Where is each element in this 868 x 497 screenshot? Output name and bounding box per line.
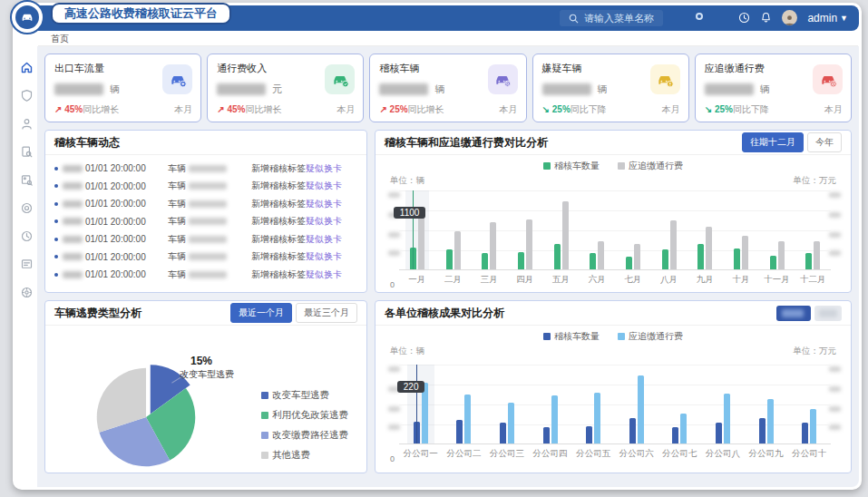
bar [810,409,816,443]
x-axis-label: 分公司八 [701,448,745,460]
settings-icon[interactable] [20,286,34,299]
x-axis-label: 分公司二 [443,448,486,460]
event-tag: 新增稽核标签疑似换卡 [251,180,357,192]
chart-tooltip: 220 [397,381,425,393]
chevron-down-icon: ▼ [840,14,848,23]
trend: ↘ 25%同比下降 [542,103,607,116]
tag-link[interactable]: 疑似换卡 [306,199,342,209]
record-icon[interactable] [20,201,34,215]
toggle-active-blurred-button[interactable] [776,306,811,321]
card-unit: 元 [272,83,282,96]
history-clock-icon[interactable] [20,229,34,243]
bar [814,241,820,269]
card-unit: 辆 [110,83,120,96]
legend-item: 改变缴费路径逃费 [261,429,348,442]
bar-group [658,365,702,443]
bar [802,423,808,443]
event-time: 01/01 20:00:00 [63,234,168,244]
pie-callout-percent: 15% [190,355,212,367]
x-axis-label: 分公司十 [787,448,831,460]
bar-group [435,190,472,269]
x-axis-label: 一月 [399,274,435,286]
sidebar-nav [15,46,37,487]
avatar-person-icon [784,14,795,25]
bar [778,241,785,269]
bullet-icon [54,238,58,241]
tag-link[interactable]: 疑似换卡 [306,180,342,190]
header-divider-knob [696,13,703,20]
form-icon[interactable] [20,258,34,271]
trend: ↗ 45%同比增长 [217,103,281,116]
list-item: 01/01 20:00:00车辆新增稽核标签疑似换卡 [54,160,357,178]
this-year-button[interactable]: 今年 [807,132,842,152]
last-month-button[interactable]: 最近一个月 [230,303,292,323]
bar [490,222,496,269]
bullet-icon [54,202,58,206]
bar-chart-units: 220 [399,365,831,444]
blurred-plate [189,218,227,225]
blurred-plate [189,200,227,208]
user-menu[interactable]: admin ▼ [807,12,848,24]
x-axis-label: 分公司三 [485,448,529,460]
period-label: 本月 [662,103,680,116]
x-axis-label: 分公司七 [658,448,702,460]
tag-link[interactable]: 疑似换卡 [306,234,342,244]
page-title: 高速公路收费稽核取证云平台 [51,3,231,24]
legend-item: 其他逃费 [261,449,348,462]
user-icon[interactable] [20,117,34,131]
tag-link[interactable]: 疑似换卡 [306,251,342,261]
panel-title: 稽核车辆动态 [54,135,120,151]
tag-link[interactable]: 疑似换卡 [306,216,342,226]
blurred-date [63,271,83,278]
event-tag: 新增稽核标签疑似换卡 [251,250,357,263]
blurred-date [63,218,83,225]
bar [454,231,461,269]
home-icon[interactable] [20,61,34,74]
x-axis-label: 六月 [579,274,615,286]
last-three-months-button[interactable]: 最近三个月 [296,303,357,323]
bar [446,249,453,269]
username: admin [807,12,837,24]
main-content: 出口车流量 辆 ↗ 45%同比增长本月 通行费收入 元 ↗ 45%同比增长本月 … [37,46,859,487]
stat-card-audited-vehicles: 稽核车辆 辆 ↗ 25%同比增长本月 [369,54,526,122]
blurred-value [542,83,591,95]
bar [594,393,600,443]
tag-link[interactable]: 疑似换卡 [306,269,342,279]
clock-icon[interactable] [738,12,750,24]
car-logo-icon [20,10,34,24]
stat-card-exit-traffic: 出口车流量 辆 ↗ 45%同比增长本月 [44,54,201,122]
blurred-date [63,165,83,172]
bar [662,249,668,269]
trend: ↗ 25%同比增长 [379,103,444,116]
toggle-inactive-blurred-button[interactable] [814,306,842,321]
bar [734,248,740,269]
x-axis-label: 三月 [471,274,507,286]
menu-search-input[interactable]: 请输入菜单名称 [560,10,663,26]
past-twelve-months-button[interactable]: 往期十二月 [742,132,804,152]
blurred-plate [189,182,227,190]
period-label: 本月 [500,103,518,116]
bell-icon[interactable] [760,12,772,24]
x-axis-labels: 一月二月三月四月五月六月七月八月九月十月十一月十二月 [399,274,831,286]
bar [670,220,677,269]
blurred-date [63,182,83,190]
file-search-icon[interactable] [20,145,34,159]
car-alert-icon [650,64,680,94]
shield-icon[interactable] [20,89,34,102]
trend: ↘ 25%同比下降 [705,103,769,116]
tag-link[interactable]: 疑似换卡 [306,163,342,173]
breadcrumb[interactable]: 首页 [51,33,69,45]
user-avatar[interactable] [782,10,797,25]
bar [551,395,558,443]
bar [680,414,687,443]
x-axis-label: 九月 [687,274,723,286]
list-item: 01/01 20:00:00车辆新增稽核标签疑似换卡 [54,195,357,213]
period-label: 本月 [336,103,355,116]
list-item: 01/01 20:00:00车辆新增稽核标签疑似换卡 [54,266,357,284]
unit-results-panel: 各单位稽核成果对比分析 稽核车数量 应追缴通行费 单位：辆 单位：万元 [375,300,852,473]
x-axis-label: 十月 [723,274,759,286]
bar-group [651,190,688,269]
bar [554,244,561,269]
chart-legend: 稽核车数量 应追缴通行费 [390,330,836,343]
image-search-icon[interactable] [20,173,34,187]
